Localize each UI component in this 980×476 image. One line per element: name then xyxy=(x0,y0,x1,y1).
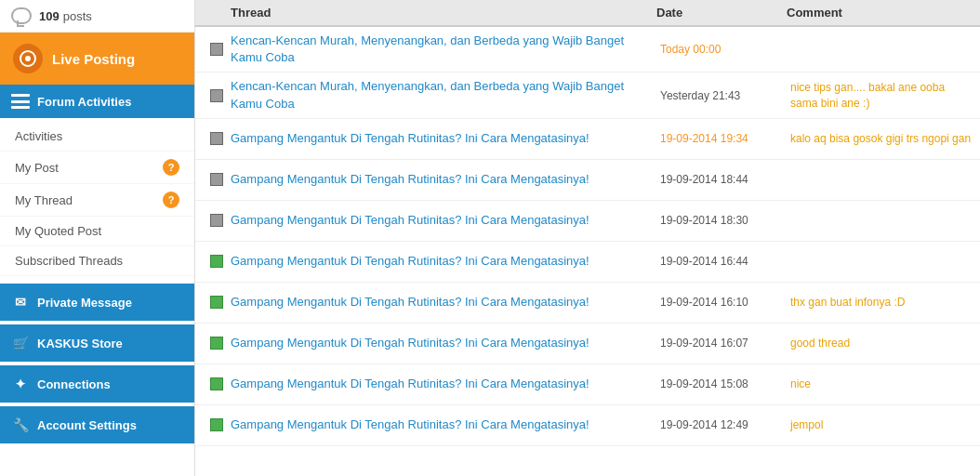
my-post-help-icon[interactable]: ? xyxy=(163,159,179,176)
status-icon xyxy=(210,214,223,227)
date-cell: 19-09-2014 18:30 xyxy=(656,214,787,227)
thread-link[interactable]: Gampang Mengantuk Di Tengah Rutinitas? I… xyxy=(231,295,589,309)
live-posting-button[interactable]: Live Posting xyxy=(0,33,194,85)
thread-link[interactable]: Gampang Mengantuk Di Tengah Rutinitas? I… xyxy=(231,213,589,227)
connections-button[interactable]: ✦ Connections xyxy=(0,365,194,403)
posts-label: posts xyxy=(63,9,92,23)
status-icon xyxy=(210,377,223,390)
row-icon xyxy=(203,173,231,186)
posts-count: 109 xyxy=(39,9,60,23)
row-icon xyxy=(203,337,231,350)
private-message-button[interactable]: ✉ Private Message xyxy=(0,284,194,321)
sidebar-item-my-post[interactable]: My Post ? xyxy=(0,152,194,184)
connections-label: Connections xyxy=(37,377,111,391)
kaskus-store-button[interactable]: 🛒 KASKUS Store xyxy=(0,324,194,362)
status-icon xyxy=(210,173,223,186)
status-icon xyxy=(210,337,223,350)
thread-cell: Gampang Mengantuk Di Tengah Rutinitas? I… xyxy=(231,130,656,147)
thread-cell: Gampang Mengantuk Di Tengah Rutinitas? I… xyxy=(231,376,656,392)
thread-cell: Gampang Mengantuk Di Tengah Rutinitas? I… xyxy=(231,212,656,229)
table-row: Kencan-Kencan Murah, Menyenangkan, dan B… xyxy=(195,27,980,73)
col-thread-header: Thread xyxy=(231,6,656,20)
col-date-header: Date xyxy=(656,6,787,20)
account-settings-label: Account Settings xyxy=(37,418,137,432)
thread-link[interactable]: Kencan-Kencan Murah, Menyenangkan, dan B… xyxy=(231,79,624,110)
row-icon xyxy=(203,89,231,102)
date-cell: 19-09-2014 18:44 xyxy=(656,173,787,186)
date-cell: 19-09-2014 15:08 xyxy=(656,377,787,390)
table-row: Gampang Mengantuk Di Tengah Rutinitas? I… xyxy=(195,364,980,405)
comment-cell: kalo aq bisa gosok gigi trs ngopi gan xyxy=(787,131,973,147)
thread-link[interactable]: Gampang Mengantuk Di Tengah Rutinitas? I… xyxy=(231,336,589,350)
row-icon xyxy=(203,418,231,431)
thread-link[interactable]: Gampang Mengantuk Di Tengah Rutinitas? I… xyxy=(231,131,589,145)
svg-point-1 xyxy=(25,56,31,61)
status-icon xyxy=(210,43,223,56)
sidebar-nav: Activities My Post ? My Thread ? My Quot… xyxy=(0,118,194,280)
date-cell: 19-09-2014 19:34 xyxy=(656,132,787,145)
row-icon xyxy=(203,296,231,309)
thread-cell: Gampang Mengantuk Di Tengah Rutinitas? I… xyxy=(231,416,656,433)
row-icon xyxy=(203,377,231,390)
comment-cell: jempol xyxy=(787,417,973,433)
table-row: Gampang Mengantuk Di Tengah Rutinitas? I… xyxy=(195,405,980,446)
my-post-label: My Post xyxy=(15,161,59,175)
thread-link[interactable]: Gampang Mengantuk Di Tengah Rutinitas? I… xyxy=(231,254,589,268)
sidebar: 109 posts Live Posting Forum Activities … xyxy=(0,0,195,476)
row-icon xyxy=(203,132,231,145)
table-row: Gampang Mengantuk Di Tengah Rutinitas? I… xyxy=(195,119,980,160)
table-row: Gampang Mengantuk Di Tengah Rutinitas? I… xyxy=(195,324,980,364)
comment-cell: good thread xyxy=(787,336,973,351)
thread-link[interactable]: Kencan-Kencan Murah, Menyenangkan, dan B… xyxy=(231,33,624,64)
sidebar-item-my-thread[interactable]: My Thread ? xyxy=(0,184,194,217)
sidebar-item-activities[interactable]: Activities xyxy=(0,122,194,152)
status-icon xyxy=(210,418,223,431)
table-row: Gampang Mengantuk Di Tengah Rutinitas? I… xyxy=(195,160,980,201)
table-row: Gampang Mengantuk Di Tengah Rutinitas? I… xyxy=(195,242,980,283)
table-row: Gampang Mengantuk Di Tengah Rutinitas? I… xyxy=(195,201,980,242)
table-rows: Kencan-Kencan Murah, Menyenangkan, dan B… xyxy=(195,27,980,446)
comment-cell: nice xyxy=(787,377,973,392)
thread-link[interactable]: Gampang Mengantuk Di Tengah Rutinitas? I… xyxy=(231,417,589,431)
main-content: Thread Date Comment Kencan-Kencan Murah,… xyxy=(195,0,980,476)
thread-cell: Gampang Mengantuk Di Tengah Rutinitas? I… xyxy=(231,294,656,311)
activities-label: Activities xyxy=(15,129,62,143)
sidebar-item-my-quoted-post[interactable]: My Quoted Post xyxy=(0,217,194,246)
status-icon xyxy=(210,296,223,309)
row-icon xyxy=(203,43,231,56)
status-icon xyxy=(210,89,223,102)
row-icon xyxy=(203,255,231,268)
date-cell: Today 00:00 xyxy=(656,43,787,56)
date-cell: 19-09-2014 16:07 xyxy=(656,337,787,350)
live-posting-icon xyxy=(13,44,43,73)
thread-link[interactable]: Gampang Mengantuk Di Tengah Rutinitas? I… xyxy=(231,172,589,186)
my-quoted-post-label: My Quoted Post xyxy=(15,224,101,238)
kaskus-store-label: KASKUS Store xyxy=(37,337,123,350)
bubble-icon xyxy=(11,7,32,24)
account-settings-icon: 🔧 xyxy=(11,416,30,434)
thread-cell: Gampang Mengantuk Di Tengah Rutinitas? I… xyxy=(231,253,656,270)
thread-cell: Gampang Mengantuk Di Tengah Rutinitas? I… xyxy=(231,335,656,351)
thread-cell: Gampang Mengantuk Di Tengah Rutinitas? I… xyxy=(231,171,656,188)
thread-link[interactable]: Gampang Mengantuk Di Tengah Rutinitas? I… xyxy=(231,377,589,390)
comment-cell: thx gan buat infonya :D xyxy=(787,295,973,311)
sidebar-item-subscribed-threads[interactable]: Subscribed Threads xyxy=(0,246,194,276)
row-icon xyxy=(203,214,231,227)
account-settings-button[interactable]: 🔧 Account Settings xyxy=(0,406,194,443)
date-cell: 19-09-2014 16:10 xyxy=(656,296,787,309)
comment-cell: nice tips gan.... bakal ane ooba sama bi… xyxy=(787,80,973,112)
status-icon xyxy=(210,255,223,268)
thread-cell: Kencan-Kencan Murah, Menyenangkan, dan B… xyxy=(231,33,656,66)
forum-activities-button[interactable]: Forum Activities xyxy=(0,85,194,118)
date-cell: 19-09-2014 12:49 xyxy=(656,418,787,431)
my-thread-help-icon[interactable]: ? xyxy=(163,192,179,208)
forum-activities-label: Forum Activities xyxy=(37,95,131,109)
posts-header: 109 posts xyxy=(0,0,194,33)
my-thread-label: My Thread xyxy=(15,193,73,207)
status-icon xyxy=(210,132,223,145)
subscribed-threads-label: Subscribed Threads xyxy=(15,254,123,268)
private-message-icon: ✉ xyxy=(11,293,30,311)
date-cell: 19-09-2014 16:44 xyxy=(656,255,787,268)
date-cell: Yesterday 21:43 xyxy=(656,89,787,102)
thread-cell: Kencan-Kencan Murah, Menyenangkan, dan B… xyxy=(231,78,656,112)
